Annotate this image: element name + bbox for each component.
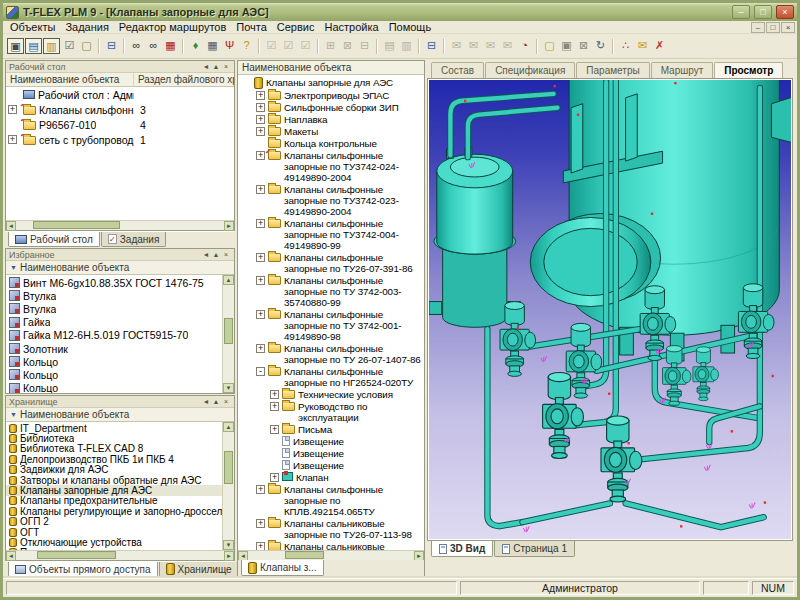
expand-icon[interactable]: + [256, 103, 265, 112]
menu-item[interactable]: Помощь [384, 21, 437, 34]
menu-item[interactable]: Редактор маршрутов [114, 21, 231, 34]
expand-icon[interactable]: + [256, 344, 265, 353]
storage-item[interactable]: Задвижки для АЭС [6, 465, 222, 475]
desktop-row[interactable]: Рабочий стол : Администра... [6, 87, 234, 102]
favorite-item[interactable]: Втулка [6, 289, 222, 302]
tree-item[interactable]: +Клапан [240, 471, 424, 483]
object-tab[interactable]: Состав [431, 62, 484, 78]
storage-item[interactable]: Отключающие устройства [6, 537, 222, 547]
close-icon[interactable]: × [221, 396, 231, 407]
desktop-row[interactable]: +сеть с трубопроводом1 [6, 132, 234, 147]
menu-item[interactable]: Задания [60, 21, 113, 34]
storage-item[interactable]: Затворы и клапаны обратные для АЭС [6, 475, 222, 485]
storage-item[interactable]: ОГТ [6, 527, 222, 537]
tree-item[interactable]: Извещение [240, 447, 424, 459]
favorite-item[interactable]: Кольцо [6, 355, 222, 368]
close-icon[interactable]: × [221, 249, 231, 260]
remote-desktop-icon[interactable]: ⊟ [423, 38, 440, 54]
file-delete-icon[interactable]: ⊠ [575, 38, 592, 54]
tree-item[interactable]: +Клапаны сильфонные запорные по ТУ3742-0… [240, 217, 424, 251]
scroll-thumb[interactable] [224, 318, 233, 343]
scroll-up-icon[interactable]: ▲ [223, 275, 234, 285]
object-tab[interactable]: Маршрут [651, 62, 714, 78]
favorite-item[interactable]: Втулка [6, 302, 222, 315]
history-icon[interactable]: ◔ [516, 38, 533, 54]
horizontal-scrollbar[interactable]: ◄ ► [238, 550, 424, 560]
search-icon[interactable]: ∞ [128, 38, 145, 54]
storage-item[interactable]: Библиотека [6, 433, 222, 443]
file-copy-icon[interactable]: ▣ [558, 38, 575, 54]
tree-item[interactable]: -Клапаны сильфонные запорные по НГ26524-… [240, 365, 424, 388]
column-header[interactable]: Наименование объекта [238, 61, 424, 74]
object-tab[interactable]: Спецификация [485, 62, 575, 78]
desktop-tab[interactable]: Рабочий стол [8, 232, 100, 247]
folders-window-icon[interactable]: ▥ [43, 38, 60, 54]
tree-item[interactable]: +Клапаны сильфонные запорные по ТУ 3742-… [240, 308, 424, 342]
scroll-track[interactable] [16, 551, 224, 560]
pin-icon[interactable]: ▲ [211, 61, 221, 72]
menu-item[interactable]: Почта [231, 21, 272, 34]
scroll-track[interactable] [248, 551, 414, 560]
tree-item[interactable]: +Клапаны сильфонные запорные по ТУ3742-0… [240, 183, 424, 217]
favorite-item[interactable]: Кольцо [6, 382, 222, 394]
scroll-track[interactable] [223, 432, 234, 540]
storage-item[interactable]: Клапаны регулирующие и запорно-дроссельн… [6, 506, 222, 516]
tree-item[interactable]: +Письма [240, 423, 424, 435]
scroll-down-icon[interactable]: ▼ [223, 383, 234, 393]
expand-icon[interactable]: + [270, 402, 279, 411]
tree-item[interactable]: +Макеты [240, 125, 424, 137]
expand-icon[interactable]: + [256, 151, 265, 160]
table-view-icon[interactable]: ▦ [204, 38, 221, 54]
favorite-item[interactable]: Винт М6-6gx10.88.35Х ГОСТ 1476-75 [6, 276, 222, 289]
pin-icon[interactable]: ▲ [211, 249, 221, 260]
favorite-item[interactable]: Золотник [6, 342, 222, 355]
query-icon[interactable]: ? [238, 38, 255, 54]
dock-icon[interactable]: ◄ [201, 249, 211, 260]
file-new-icon[interactable]: ▢ [541, 38, 558, 54]
desktop-row[interactable]: P96567-0104 [6, 117, 234, 132]
tree-item[interactable]: +Клапаны сильфонные запорные по ТУ3742-0… [240, 149, 424, 183]
menu-item[interactable]: Сервис [272, 21, 320, 34]
expand-icon[interactable]: + [256, 485, 265, 494]
close-icon[interactable]: × [221, 61, 231, 72]
tree-item[interactable]: +Клапаны сальниковые запорные по ТУ26-07… [240, 517, 424, 540]
report-icon[interactable]: ▦ [162, 38, 179, 54]
expand-icon[interactable]: + [256, 519, 265, 528]
tree-item[interactable]: +Электроприводы ЭПАС [240, 89, 424, 101]
preview-pane-icon[interactable]: ▣ [7, 38, 24, 54]
tree-item[interactable]: +Клапаны сильфонные запорные по ТУ 26-07… [240, 342, 424, 365]
favorite-item[interactable]: Гайка [6, 316, 222, 329]
dock-icon[interactable]: ◄ [201, 61, 211, 72]
vertical-scrollbar[interactable]: ▲ ▼ [222, 422, 234, 550]
expand-icon[interactable]: + [270, 473, 279, 482]
cancel-route-icon[interactable]: ✗ [651, 38, 668, 54]
expand-icon[interactable]: + [256, 310, 265, 319]
file-refresh-icon[interactable]: ↻ [592, 38, 609, 54]
scroll-left-icon[interactable]: ◄ [6, 221, 16, 231]
horizontal-scrollbar[interactable]: ◄ ► [6, 220, 234, 230]
expand-icon[interactable]: + [256, 115, 265, 124]
scroll-up-icon[interactable]: ▲ [223, 422, 234, 432]
tree-item[interactable]: +Клапаны сильфонные запорные по ТУ26-07-… [240, 251, 424, 274]
scroll-thumb[interactable] [285, 551, 325, 559]
access-rights-icon[interactable]: ♦ [187, 38, 204, 54]
object-window-tab[interactable]: Клапаны з... [241, 560, 324, 576]
tree-item[interactable]: +Сильфонные сборки ЗИП [240, 101, 424, 113]
mdi-close-button[interactable]: × [781, 22, 795, 33]
storage-item[interactable]: IT_Department [6, 423, 222, 433]
mdi-restore-button[interactable]: □ [766, 22, 780, 33]
object-tab[interactable]: Параметры [576, 62, 649, 78]
expand-icon[interactable]: + [270, 390, 279, 399]
storage-item[interactable]: Библиотека T-FLEX CAD 8 [6, 444, 222, 454]
scroll-thumb[interactable] [224, 451, 233, 483]
tree-item[interactable]: +Наплавка [240, 113, 424, 125]
column-header[interactable]: Раздел файлового хран [134, 73, 234, 86]
scroll-thumb[interactable] [37, 551, 116, 559]
desktop-tab[interactable]: Задания [101, 232, 167, 247]
expand-icon[interactable]: + [256, 276, 265, 285]
preview-3d-viewport[interactable]: .po{stroke:#0a5a50;stroke-width:6.5;fill… [427, 78, 793, 541]
vertical-scrollbar[interactable]: ▲ ▼ [222, 275, 234, 393]
expand-icon[interactable]: + [256, 253, 265, 262]
dock-tab[interactable]: Объекты прямого доступа [8, 562, 158, 577]
view-tab[interactable]: Страница 1 [494, 541, 575, 557]
